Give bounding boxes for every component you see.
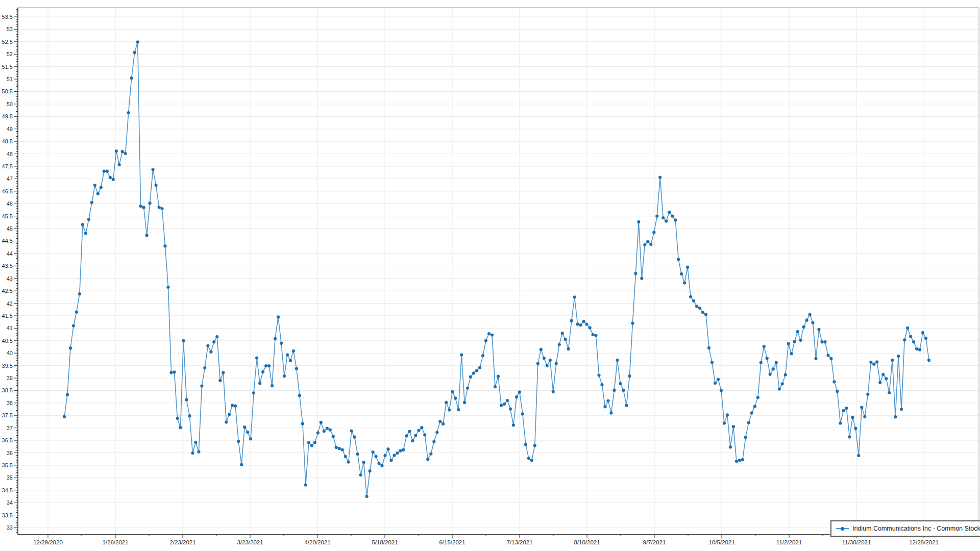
- data-point: [438, 420, 442, 423]
- data-point: [784, 373, 787, 377]
- data-point: [536, 362, 540, 365]
- data-point: [622, 389, 625, 392]
- data-point: [582, 320, 585, 323]
- data-point: [674, 218, 677, 221]
- data-point: [402, 448, 405, 452]
- data-point: [417, 429, 420, 432]
- data-point: [585, 322, 589, 325]
- data-point: [689, 295, 692, 298]
- data-point: [280, 342, 283, 345]
- y-tick-label: 49: [7, 126, 13, 132]
- data-point: [145, 234, 149, 237]
- data-point: [503, 403, 506, 406]
- data-point: [671, 215, 674, 218]
- data-point: [133, 51, 136, 54]
- data-point: [543, 357, 546, 360]
- data-point: [188, 414, 191, 417]
- data-point: [292, 349, 295, 353]
- data-point: [383, 454, 386, 457]
- data-point: [814, 357, 817, 360]
- x-tick-label: 2/23/2021: [169, 539, 195, 545]
- data-point: [726, 413, 729, 416]
- data-point: [695, 305, 698, 308]
- data-point: [829, 357, 832, 360]
- data-point: [466, 387, 469, 390]
- plot-border: [18, 8, 979, 535]
- data-point: [756, 396, 760, 399]
- data-point: [625, 404, 628, 407]
- chart-legend: Iridium Communications Inc - Common Stoc…: [830, 520, 980, 537]
- data-point: [326, 427, 329, 430]
- data-point: [720, 389, 723, 392]
- data-point: [567, 347, 570, 350]
- data-point: [194, 441, 197, 444]
- data-point: [127, 111, 130, 114]
- data-point: [714, 382, 717, 385]
- data-point: [209, 350, 212, 354]
- data-point: [377, 462, 380, 465]
- data-point: [246, 431, 249, 434]
- data-point: [637, 220, 640, 223]
- data-point: [286, 354, 289, 357]
- legend-series-label: Iridium Communications Inc - Common Stoc…: [852, 525, 980, 532]
- y-tick-label: 51.5: [2, 64, 13, 70]
- data-point: [142, 206, 145, 209]
- price-markers: [63, 40, 930, 498]
- data-point: [63, 415, 66, 418]
- data-point: [169, 371, 173, 374]
- data-point: [445, 401, 448, 404]
- data-point: [139, 205, 142, 208]
- data-point: [860, 406, 863, 409]
- data-point: [845, 407, 848, 410]
- data-point: [484, 339, 487, 342]
- data-point: [597, 374, 600, 377]
- data-point: [298, 394, 301, 397]
- data-point: [802, 325, 805, 329]
- data-point: [252, 391, 255, 394]
- y-tick-label: 33.5: [2, 512, 13, 518]
- data-point: [811, 321, 814, 324]
- data-point: [555, 362, 558, 365]
- y-tick-label: 42.5: [2, 288, 13, 294]
- data-point: [100, 186, 103, 189]
- y-tick-label: 34: [7, 499, 13, 506]
- data-point: [218, 379, 222, 382]
- data-point: [546, 364, 549, 367]
- data-point: [872, 363, 875, 366]
- data-point: [399, 449, 402, 453]
- data-point: [155, 184, 158, 187]
- y-tick-label: 43: [7, 276, 13, 282]
- data-point: [677, 258, 680, 261]
- data-point: [90, 201, 93, 204]
- data-point: [375, 455, 378, 458]
- data-point: [497, 375, 500, 378]
- data-point: [589, 326, 592, 329]
- y-tick-label: 44.5: [2, 238, 13, 244]
- data-point: [732, 425, 735, 428]
- data-point: [561, 332, 564, 335]
- data-point: [686, 266, 689, 269]
- data-point: [921, 331, 924, 334]
- data-point: [909, 335, 912, 338]
- gridlines: [18, 8, 979, 535]
- y-tick-label: 52.5: [2, 39, 13, 45]
- y-tick-label: 46: [7, 201, 13, 207]
- data-point: [301, 422, 304, 425]
- data-point: [393, 454, 396, 457]
- data-point: [69, 346, 72, 349]
- data-point: [655, 215, 658, 218]
- data-point: [231, 404, 234, 407]
- data-point: [323, 430, 326, 433]
- y-tick-label: 53: [7, 26, 13, 32]
- y-tick-label: 40.5: [2, 338, 13, 344]
- y-tick-label: 52: [7, 51, 13, 57]
- data-point: [692, 299, 695, 303]
- data-point: [717, 378, 720, 381]
- data-point: [173, 370, 176, 373]
- y-tick-label: 50.5: [2, 88, 13, 94]
- data-point: [888, 391, 891, 394]
- x-tick-label: 12/29/2020: [33, 539, 63, 545]
- y-tick-label: 40: [7, 350, 13, 356]
- data-point: [747, 421, 750, 424]
- data-point: [469, 375, 472, 379]
